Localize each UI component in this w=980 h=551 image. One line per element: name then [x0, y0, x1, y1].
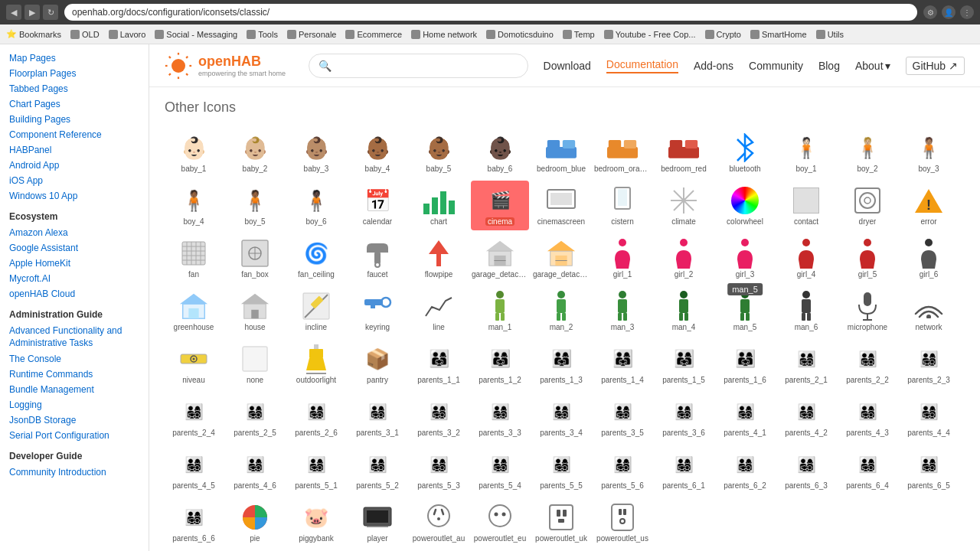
icon-item-boy6[interactable]: 🧍🏿 boy_6: [287, 181, 345, 230]
icon-item-girl6[interactable]: girl_6: [900, 233, 958, 283]
sidebar-item-google[interactable]: Google Assistant: [0, 240, 149, 256]
url-bar[interactable]: openhab.org/docs/configuration/iconsets/…: [64, 4, 917, 21]
search-bar[interactable]: 🔍: [309, 54, 528, 78]
nav-download[interactable]: Download: [544, 60, 591, 72]
sidebar-item-alexa[interactable]: Amazon Alexa: [0, 225, 149, 240]
icon-item-error[interactable]: ! error: [900, 181, 958, 230]
icon-item-girl2[interactable]: girl_2: [655, 233, 713, 283]
bookmark-youtube[interactable]: Youtube - Free Cop...: [604, 30, 696, 39]
icon-item-baby3[interactable]: 👶🏽 baby_3: [287, 128, 345, 178]
icon-item-girl5[interactable]: girl_5: [838, 233, 897, 283]
icon-item-parents65[interactable]: 👨‍👩‍👧‍👦 parents_6_5: [900, 445, 958, 494]
sidebar-item-console[interactable]: The Console: [0, 351, 149, 367]
icon-item-man6[interactable]: man_6: [777, 286, 835, 336]
icon-item-pie[interactable]: pie: [226, 497, 284, 547]
icon-item-parents23[interactable]: 👨‍👩‍👧‍👦 parents_2_3: [900, 339, 958, 389]
bookmark-lavoro[interactable]: Lavoro: [109, 30, 146, 39]
icon-item-parents34[interactable]: 👨‍👩‍👧‍👦 parents_3_4: [532, 392, 590, 442]
extensions-icon[interactable]: ⚙: [923, 5, 937, 19]
icon-item-garage-detached[interactable]: garage_detached: [471, 233, 529, 283]
icon-item-calendar[interactable]: 📅 calendar: [348, 181, 407, 230]
icon-item-colorwheel[interactable]: colorwheel: [716, 181, 774, 230]
icon-item-bedroom-orange[interactable]: bedroom_orange: [593, 128, 652, 178]
icon-item-piggybank[interactable]: 🐷 piggybank: [287, 497, 345, 547]
sidebar-item-building[interactable]: Building Pages: [0, 112, 149, 127]
icon-item-parents25[interactable]: 👨‍👩‍👧‍👦 parents_2_5: [226, 392, 284, 442]
icon-item-man2[interactable]: man_2: [532, 286, 590, 336]
bookmark-social[interactable]: Social - Messaging: [155, 30, 237, 39]
icon-item-incline[interactable]: incline: [287, 286, 345, 336]
icon-item-parents21[interactable]: 👨‍👩‍👧‍👦 parents_2_1: [777, 339, 835, 389]
icon-item-boy1[interactable]: 🧍🏻 boy_1: [777, 128, 835, 178]
icon-item-parents15[interactable]: 👨‍👩‍👧 parents_1_5: [655, 339, 713, 389]
icon-item-parents62[interactable]: 👨‍👩‍👧‍👦 parents_6_2: [716, 445, 774, 494]
sidebar-item-runtime[interactable]: Runtime Commands: [0, 367, 149, 382]
icon-item-parents64[interactable]: 👨‍👩‍👧‍👦 parents_6_4: [838, 445, 897, 494]
icon-item-poweroutlet-uk[interactable]: poweroutlet_uk: [532, 497, 590, 547]
sidebar-item-windows[interactable]: Windows 10 App: [0, 188, 149, 204]
icon-item-parents54[interactable]: 👨‍👩‍👧‍👦 parents_5_4: [471, 445, 529, 494]
icon-item-man5[interactable]: man_5 man_5: [716, 286, 774, 336]
icon-item-baby4[interactable]: 👶🏾 baby_4: [348, 128, 407, 178]
search-input[interactable]: [336, 60, 518, 71]
icon-item-house[interactable]: house: [226, 286, 284, 336]
icon-item-baby6[interactable]: 👶🏿 baby_6: [471, 128, 529, 178]
sidebar-item-chart[interactable]: Chart Pages: [0, 96, 149, 112]
icon-item-parents61[interactable]: 👨‍👩‍👧‍👦 parents_6_1: [655, 445, 713, 494]
sidebar-item-homekit[interactable]: Apple HomeKit: [0, 256, 149, 271]
icon-item-boy2[interactable]: 🧍🏼 boy_2: [838, 128, 897, 178]
sidebar-item-mycroft[interactable]: Mycroft.AI: [0, 271, 149, 286]
icon-item-line[interactable]: line: [410, 286, 468, 336]
icon-item-player[interactable]: player: [348, 497, 407, 547]
nav-community[interactable]: Community: [749, 60, 803, 72]
icon-item-girl1[interactable]: girl_1: [593, 233, 652, 283]
icon-item-flowpipe[interactable]: flowpipe: [410, 233, 468, 283]
icon-item-parents56[interactable]: 👨‍👩‍👧‍👦 parents_5_6: [593, 445, 652, 494]
icon-item-parents55[interactable]: 👨‍👩‍👧‍👦 parents_5_5: [532, 445, 590, 494]
sidebar-item-floorplan[interactable]: Floorplan Pages: [0, 66, 149, 81]
icon-item-bedroom-blue[interactable]: bedroom_blue: [532, 128, 590, 178]
icon-item-parents26[interactable]: 👨‍👩‍👧‍👦 parents_2_6: [287, 392, 345, 442]
icon-item-man4[interactable]: man_4: [655, 286, 713, 336]
icon-item-bluetooth[interactable]: bluetooth: [716, 128, 774, 178]
icon-item-poweroutlet-au[interactable]: poweroutlet_au: [410, 497, 468, 547]
icon-item-baby5[interactable]: 👶🏾 baby_5: [410, 128, 468, 178]
icon-item-girl4[interactable]: girl_4: [777, 233, 835, 283]
bookmark-home-network[interactable]: Home network: [411, 30, 477, 39]
icon-item-boy5[interactable]: 🧍🏾 boy_5: [226, 181, 284, 230]
bookmark-domotics[interactable]: Domoticsduino: [486, 30, 554, 39]
sidebar-item-bundle[interactable]: Bundle Management: [0, 382, 149, 397]
icon-item-poweroutlet-eu[interactable]: poweroutlet_eu: [471, 497, 529, 547]
sidebar-item-community-intro[interactable]: Community Introduction: [0, 465, 149, 480]
menu-icon[interactable]: ⋮: [960, 5, 974, 19]
icon-item-parents14[interactable]: 👨‍👩‍👧 parents_1_4: [593, 339, 652, 389]
icon-item-chart[interactable]: chart: [410, 181, 468, 230]
icon-item-parents31[interactable]: 👨‍👩‍👧‍👦 parents_3_1: [348, 392, 407, 442]
icon-item-dryer[interactable]: dryer: [838, 181, 897, 230]
reload-button[interactable]: ↻: [43, 5, 58, 20]
icon-item-parents51[interactable]: 👨‍👩‍👧‍👦 parents_5_1: [287, 445, 345, 494]
sidebar-item-tabbed[interactable]: Tabbed Pages: [0, 81, 149, 96]
icon-item-baby2[interactable]: 👶🏼 baby_2: [226, 128, 284, 178]
sidebar-item-advanced[interactable]: Advanced Functionality and Administrativ…: [0, 323, 149, 351]
icon-item-climate[interactable]: * climate: [655, 181, 713, 230]
sidebar-item-ios[interactable]: iOS App: [0, 173, 149, 188]
nav-addons[interactable]: Add-ons: [694, 60, 733, 72]
icon-item-fan-ceiling[interactable]: 🌀 fan_ceiling: [287, 233, 345, 283]
icon-item-parents35[interactable]: 👨‍👩‍👧‍👦 parents_3_5: [593, 392, 652, 442]
sidebar-item-habpanel[interactable]: HABPanel: [0, 142, 149, 158]
bookmark-ecommerce[interactable]: Ecommerce: [345, 30, 402, 39]
icon-item-parents45[interactable]: 👨‍👩‍👧‍👦 parents_4_5: [165, 445, 223, 494]
icon-item-parents53[interactable]: 👨‍👩‍👧‍👦 parents_5_3: [410, 445, 468, 494]
bookmark-temp[interactable]: Temp: [563, 30, 595, 39]
bookmark-tools[interactable]: Tools: [247, 30, 278, 39]
back-button[interactable]: ◀: [6, 5, 21, 20]
icon-item-fan-box[interactable]: fan_box: [226, 233, 284, 283]
icon-item-faucet[interactable]: faucet: [348, 233, 407, 283]
icon-item-baby1[interactable]: 👶🏻 baby_1: [165, 128, 223, 178]
icon-item-parents32[interactable]: 👨‍👩‍👧‍👦 parents_3_2: [410, 392, 468, 442]
icon-item-parents44[interactable]: 👨‍👩‍👧‍👦 parents_4_4: [900, 392, 958, 442]
nav-documentation[interactable]: Documentation: [606, 58, 678, 73]
icon-item-cinemascreen[interactable]: cinemascreen: [532, 181, 590, 230]
icon-item-outdoorlight[interactable]: outdoorlight: [287, 339, 345, 389]
